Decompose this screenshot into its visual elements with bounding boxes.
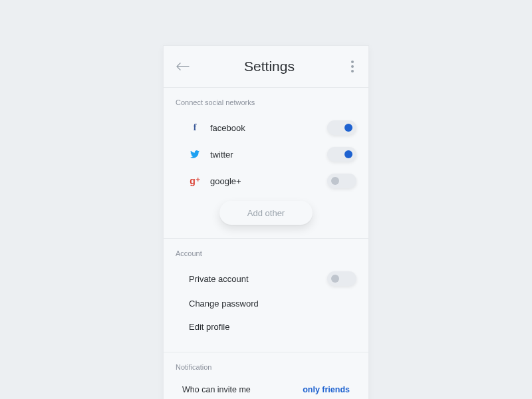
private-account-row: Private account	[176, 265, 356, 292]
toggle-knob-icon	[344, 150, 352, 158]
social-row-twitter: twitter	[176, 141, 356, 168]
social-section-title: Connect social networks	[176, 98, 356, 106]
facebook-toggle[interactable]	[327, 120, 356, 135]
social-row-facebook: f facebook	[176, 114, 356, 141]
back-button[interactable]	[176, 59, 190, 74]
social-section: Connect social networks f facebook twitt…	[164, 88, 368, 239]
account-section: Account Private account Change password …	[164, 239, 368, 352]
private-account-label: Private account	[189, 274, 327, 284]
settings-screen: Settings Connect social networks f faceb…	[163, 45, 369, 399]
facebook-icon: f	[189, 122, 201, 133]
account-section-title: Account	[176, 249, 356, 257]
who-can-invite-value[interactable]: only friends	[303, 385, 350, 394]
social-row-googleplus: g⁺ google+	[176, 168, 356, 194]
more-menu-button[interactable]	[348, 58, 356, 75]
social-label: facebook	[210, 123, 327, 133]
arrow-left-icon	[176, 63, 190, 70]
twitter-icon	[189, 150, 201, 158]
twitter-toggle[interactable]	[327, 147, 356, 162]
toggle-knob-icon	[344, 124, 352, 132]
social-label: twitter	[210, 150, 327, 160]
edit-profile-link[interactable]: Edit profile	[176, 315, 356, 338]
social-label: google+	[210, 176, 327, 186]
kebab-dot-icon	[351, 61, 354, 63]
notification-section: Notification Who can invite me only frie…	[164, 352, 368, 399]
add-other-button[interactable]: Add other	[219, 201, 313, 225]
change-password-link[interactable]: Change password	[176, 292, 356, 315]
kebab-dot-icon	[351, 70, 354, 72]
googleplus-icon: g⁺	[189, 176, 201, 186]
who-can-invite-label: Who can invite me	[182, 385, 303, 394]
toggle-knob-icon	[331, 177, 339, 185]
kebab-dot-icon	[351, 65, 354, 68]
notification-section-title: Notification	[176, 363, 356, 371]
page-title: Settings	[244, 59, 295, 74]
toggle-knob-icon	[331, 275, 339, 283]
private-account-toggle[interactable]	[327, 271, 356, 286]
header: Settings	[164, 46, 368, 88]
who-can-invite-row: Who can invite me only friends	[176, 379, 356, 399]
googleplus-toggle[interactable]	[327, 174, 356, 188]
